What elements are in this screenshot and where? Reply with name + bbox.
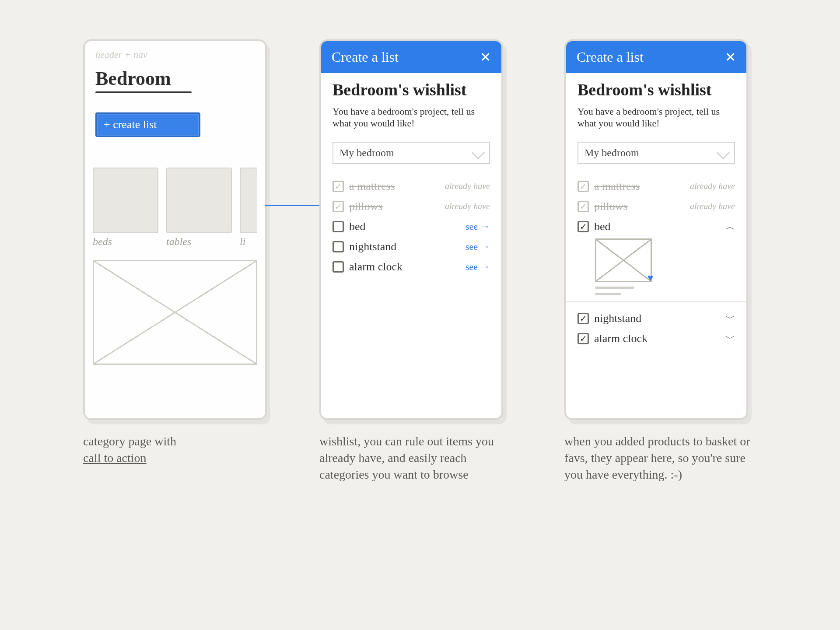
caption-text: category page with: [83, 434, 176, 448]
checkbox-icon[interactable]: [578, 333, 589, 344]
item-label: alarm clock: [594, 332, 648, 345]
modal-body: Bedroom's wishlist You have a bedroom's …: [566, 73, 746, 357]
modal-title: Create a list: [577, 49, 644, 65]
see-link[interactable]: see→: [466, 261, 490, 273]
page-title: Bedroom: [85, 62, 265, 90]
category-label: beds: [93, 236, 158, 248]
item-label: pillows: [349, 200, 383, 213]
list-name-value: My bedroom: [584, 147, 639, 159]
list-item[interactable]: nightstand ﹀: [578, 308, 735, 329]
arrow-right-icon: →: [480, 221, 490, 232]
heart-icon[interactable]: ♥: [648, 272, 653, 284]
list-item[interactable]: a mattress already have: [578, 176, 735, 196]
item-label: nightstand: [349, 240, 396, 253]
chevron-up-icon[interactable]: ︿: [725, 220, 735, 233]
category-thumb: [166, 168, 232, 233]
category-thumb: [240, 168, 257, 233]
chevron-down-icon[interactable]: ﹀: [725, 332, 735, 345]
item-label: bed: [594, 220, 611, 233]
create-list-button[interactable]: + create list: [95, 112, 200, 137]
list-name-input[interactable]: My bedroom: [332, 142, 490, 164]
item-label: a mattress: [594, 180, 640, 193]
modal-header: Create a list ✕: [321, 41, 501, 73]
wishlist-items: a mattress already have pillows already …: [578, 176, 735, 349]
product-thumb: ♥: [595, 238, 652, 282]
checkbox-icon[interactable]: [332, 201, 344, 212]
wireframe-row: header + nav Bedroom + create list beds …: [26, 39, 814, 483]
item-label: nightstand: [594, 312, 641, 325]
modal-body: Bedroom's wishlist You have a bedroom's …: [321, 73, 501, 285]
category-grid: beds tables li: [93, 168, 257, 248]
product-text-lines: [595, 287, 735, 295]
item-label: bed: [349, 220, 366, 233]
modal-header: Create a list ✕: [566, 41, 746, 73]
screen2-caption: wishlist, you can rule out items you alr…: [319, 433, 512, 483]
header-nav-placeholder: header + nav: [85, 41, 265, 62]
list-item[interactable]: alarm clock see→: [332, 257, 490, 277]
checkbox-icon[interactable]: [332, 241, 344, 252]
category-label: tables: [166, 236, 232, 248]
item-status: already have: [690, 201, 735, 211]
list-item[interactable]: pillows already have: [332, 196, 490, 217]
divider: [566, 301, 746, 302]
category-card[interactable]: li: [240, 168, 257, 248]
item-status: already have: [445, 181, 490, 191]
list-item[interactable]: alarm clock ﹀: [578, 329, 735, 349]
checkbox-icon[interactable]: [578, 313, 589, 324]
checkbox-icon[interactable]: [332, 261, 344, 273]
item-label: alarm clock: [349, 260, 402, 273]
see-link[interactable]: see→: [466, 221, 490, 232]
close-icon[interactable]: ✕: [725, 49, 736, 65]
item-label: a mattress: [349, 180, 395, 193]
category-card[interactable]: tables: [166, 168, 232, 248]
modal-title: Create a list: [332, 49, 399, 65]
close-icon[interactable]: ✕: [480, 49, 491, 65]
category-thumb: [93, 168, 158, 233]
list-item[interactable]: bed see→: [332, 217, 490, 237]
wishlist-heading: Bedroom's wishlist: [332, 81, 490, 99]
title-underline: [95, 91, 192, 93]
checkbox-icon[interactable]: [578, 181, 589, 192]
screen2-column: Create a list ✕ Bedroom's wishlist You h…: [319, 39, 512, 483]
see-link[interactable]: see→: [466, 241, 490, 252]
screen1-caption: category page with call to action: [83, 433, 176, 466]
arrow-right-icon: →: [480, 241, 490, 252]
checkbox-icon[interactable]: [578, 201, 589, 212]
wishlist-subtext: You have a bedroom's project, tell us wh…: [578, 105, 735, 130]
edit-icon[interactable]: [716, 146, 730, 160]
product-card[interactable]: ♥: [595, 238, 735, 295]
list-name-value: My bedroom: [340, 147, 394, 159]
wishlist-subtext: You have a bedroom's project, tell us wh…: [332, 105, 490, 130]
checkbox-icon[interactable]: [332, 181, 344, 192]
phone-frame-wishlist: Create a list ✕ Bedroom's wishlist You h…: [319, 39, 503, 420]
wishlist-items: a mattress already have pillows already …: [332, 176, 490, 277]
arrow-right-icon: →: [480, 261, 490, 273]
category-label: li: [240, 236, 257, 248]
checkbox-icon[interactable]: [332, 221, 344, 232]
item-label: pillows: [594, 200, 628, 213]
caption-underlined: call to action: [83, 451, 147, 465]
list-item[interactable]: nightstand see→: [332, 237, 490, 257]
phone-frame-category: header + nav Bedroom + create list beds …: [83, 39, 267, 420]
item-status: already have: [690, 181, 735, 191]
list-item[interactable]: a mattress already have: [332, 176, 490, 196]
screen3-caption: when you added products to basket or fav…: [564, 433, 757, 483]
phone-frame-wishlist-filled: Create a list ✕ Bedroom's wishlist You h…: [564, 39, 748, 420]
edit-icon[interactable]: [471, 146, 485, 160]
chevron-down-icon[interactable]: ﹀: [725, 312, 735, 325]
screen3-column: Create a list ✕ Bedroom's wishlist You h…: [564, 39, 757, 483]
item-status: already have: [445, 201, 490, 211]
list-name-input[interactable]: My bedroom: [578, 142, 735, 164]
category-card[interactable]: beds: [93, 168, 158, 248]
content-placeholder: [93, 260, 257, 365]
list-item-expanded[interactable]: bed ︿: [578, 217, 735, 237]
screen1-column: header + nav Bedroom + create list beds …: [83, 39, 267, 466]
wishlist-heading: Bedroom's wishlist: [578, 81, 735, 99]
list-item[interactable]: pillows already have: [578, 196, 735, 217]
checkbox-icon[interactable]: [578, 221, 589, 232]
